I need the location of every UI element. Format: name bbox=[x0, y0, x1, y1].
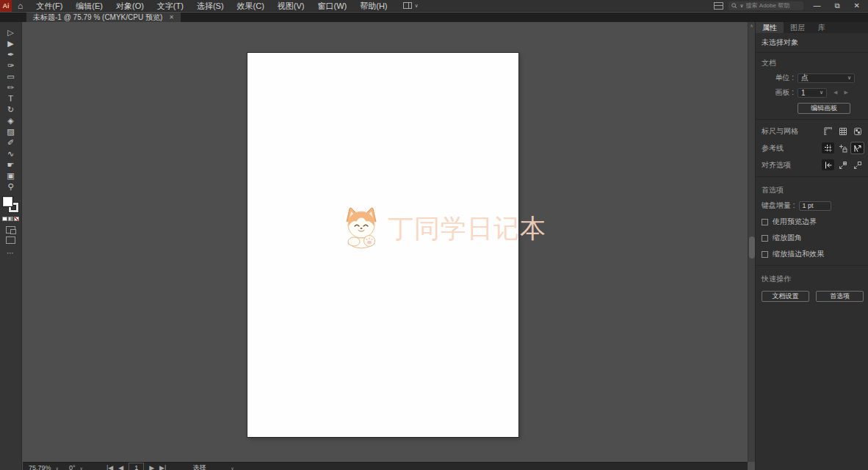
next-artboard-icon[interactable]: ▶ bbox=[844, 90, 847, 95]
preference-checkbox-row[interactable]: 缩放描边和效果 bbox=[756, 246, 868, 262]
pen-tool[interactable]: ✒ bbox=[3, 49, 19, 60]
color-swatch-icon[interactable] bbox=[2, 217, 7, 221]
gradient-tool[interactable]: ▨ bbox=[3, 126, 19, 137]
chevron-down-icon[interactable]: ∨ bbox=[80, 463, 83, 470]
snap-options-label: 对齐选项 bbox=[762, 160, 820, 170]
paintbrush-tool[interactable]: ✏ bbox=[3, 82, 19, 93]
checkbox-icon[interactable] bbox=[762, 235, 768, 242]
grid-icon[interactable] bbox=[836, 126, 849, 137]
menu-select[interactable]: 选择(S) bbox=[190, 0, 231, 12]
snap-to-glyph-icon[interactable] bbox=[851, 142, 864, 153]
rotate-tool[interactable]: ↻ bbox=[3, 104, 19, 115]
chevron-down-icon[interactable]: ∨ bbox=[231, 463, 234, 470]
curvature-tool[interactable]: ✑ bbox=[3, 60, 19, 71]
chevron-down-icon: ∨ bbox=[415, 3, 419, 9]
transparency-grid-icon[interactable] bbox=[851, 126, 864, 137]
divider bbox=[756, 119, 868, 120]
draw-mode-icon[interactable] bbox=[6, 226, 15, 234]
gradient-swatch-icon[interactable] bbox=[8, 217, 13, 221]
checkbox-icon[interactable] bbox=[762, 219, 768, 225]
close-button[interactable]: ✕ bbox=[850, 1, 864, 11]
close-tab-icon[interactable]: ✕ bbox=[169, 14, 174, 21]
watermark: 丁同学日记本 bbox=[339, 206, 546, 251]
tab-properties[interactable]: 属性 bbox=[756, 22, 784, 33]
snap-to-grid-icon[interactable] bbox=[836, 159, 849, 170]
none-swatch-icon[interactable] bbox=[14, 217, 19, 221]
arrange-documents-icon[interactable] bbox=[714, 2, 723, 10]
edit-toolbar-ellipsis[interactable]: ⋯ bbox=[7, 249, 15, 257]
first-artboard-button[interactable]: |◀ bbox=[106, 463, 113, 470]
illustrator-logo: Ai bbox=[0, 0, 12, 12]
next-artboard-button[interactable]: ▶ bbox=[149, 463, 154, 470]
width-tool[interactable]: ∿ bbox=[3, 148, 19, 159]
menu-file[interactable]: 文件(F) bbox=[29, 0, 69, 12]
canvas-area[interactable]: 丁同学日记本 ∧ 75.79% ∨ 0° ∨ |◀ ◀ 1 ▶ ▶| 选择 ∨ bbox=[23, 22, 755, 470]
document-tab[interactable]: 未标题-1 @ 75.79 % (CMYK/CPU 预览) ✕ bbox=[26, 12, 181, 22]
menu-type[interactable]: 文字(T) bbox=[151, 0, 190, 12]
fill-stroke-control[interactable] bbox=[3, 197, 18, 212]
keyboard-increment-input[interactable] bbox=[799, 201, 831, 211]
selection-tool[interactable]: ▷ bbox=[3, 27, 19, 38]
edit-artboards-button[interactable]: 编辑画板 bbox=[798, 103, 850, 114]
preference-checkbox-row[interactable]: 缩放圆角 bbox=[756, 230, 868, 246]
preference-checkbox-row[interactable]: 使用预览边界 bbox=[756, 214, 868, 230]
tab-layers[interactable]: 图层 bbox=[784, 22, 811, 33]
menu-help[interactable]: 帮助(H) bbox=[353, 0, 394, 12]
zoom-tool[interactable]: ⚲ bbox=[3, 181, 19, 192]
chevron-down-icon[interactable]: ∨ bbox=[56, 463, 59, 470]
tab-libraries[interactable]: 库 bbox=[811, 22, 832, 33]
snap-to-pixel-icon[interactable] bbox=[851, 159, 864, 170]
rulers-icon[interactable] bbox=[822, 126, 834, 137]
rotation-value[interactable]: 0° bbox=[69, 463, 76, 470]
home-icon[interactable]: ⌂ bbox=[18, 1, 23, 11]
eyedropper-tool[interactable]: ✐ bbox=[3, 137, 19, 148]
screen-mode-icon[interactable] bbox=[6, 236, 15, 244]
panel-tabs: 属性图层库 bbox=[756, 22, 868, 33]
artboard-row: 画板 : 1 ∨ ◀ ▶ bbox=[756, 85, 868, 100]
artboard-select[interactable]: 1 ∨ bbox=[798, 88, 827, 98]
artboard-label: 画板 : bbox=[762, 87, 794, 98]
type-tool[interactable]: T bbox=[3, 93, 19, 104]
checkbox-icon[interactable] bbox=[762, 251, 768, 258]
preferences-button[interactable]: 首选项 bbox=[816, 291, 864, 302]
last-artboard-button[interactable]: ▶| bbox=[159, 463, 166, 470]
previous-artboard-button[interactable]: ◀ bbox=[118, 463, 123, 470]
menu-window[interactable]: 窗口(W) bbox=[311, 0, 354, 12]
scroll-up-icon[interactable]: ∧ bbox=[748, 23, 755, 29]
document-tab-title: 未标题-1 @ 75.79 % (CMYK/CPU 预览) bbox=[33, 12, 162, 23]
menu-object[interactable]: 对象(O) bbox=[109, 0, 151, 12]
previous-artboard-icon[interactable]: ◀ bbox=[833, 90, 837, 95]
rulers-grids-row: 标尺与网格 bbox=[756, 123, 868, 140]
menubar-right: ∨ — ⧉ ✕ bbox=[714, 1, 868, 11]
artboard-number-field[interactable]: 1 bbox=[129, 463, 144, 470]
artboard-tool[interactable]: ▣ bbox=[3, 170, 19, 181]
eraser-tool[interactable]: ◈ bbox=[3, 115, 19, 126]
snap-to-point-icon[interactable] bbox=[822, 159, 834, 170]
minimize-button[interactable]: — bbox=[809, 1, 825, 11]
show-guides-icon[interactable] bbox=[822, 142, 834, 153]
artboard-value: 1 bbox=[801, 89, 806, 97]
properties-panel: 属性图层库 未选择对象 文档 单位 : 点 ∨ 画板 : 1 ∨ ◀ ▶ 编辑画… bbox=[755, 22, 868, 470]
zoom-level[interactable]: 75.79% bbox=[29, 463, 51, 470]
search-input[interactable] bbox=[746, 2, 798, 9]
hand-tool[interactable]: ☛ bbox=[3, 159, 19, 170]
vertical-scrollbar[interactable]: ∧ bbox=[748, 22, 755, 462]
vertical-scrollbar-thumb[interactable] bbox=[749, 236, 755, 258]
help-search[interactable]: ∨ bbox=[728, 1, 803, 10]
menu-view[interactable]: 视图(V) bbox=[271, 0, 311, 12]
direct-selection-tool[interactable]: ▶ bbox=[3, 38, 19, 49]
unit-select[interactable]: 点 ∨ bbox=[798, 73, 855, 83]
restore-button[interactable]: ⧉ bbox=[830, 1, 844, 11]
color-mode-strip bbox=[2, 217, 19, 221]
menu-edit[interactable]: 编辑(E) bbox=[69, 0, 109, 12]
lock-guides-icon[interactable] bbox=[836, 142, 849, 153]
unit-label: 单位 : bbox=[762, 73, 794, 83]
snap-options-row: 对齐选项 bbox=[756, 156, 868, 173]
rectangle-tool[interactable]: ▭ bbox=[3, 71, 19, 82]
chevron-down-icon: ∨ bbox=[847, 75, 851, 81]
workspace-switcher[interactable]: ∨ bbox=[403, 2, 419, 9]
menu-effect[interactable]: 效果(C) bbox=[231, 0, 271, 12]
fill-swatch[interactable] bbox=[3, 197, 12, 206]
document-setup-button[interactable]: 文档设置 bbox=[762, 291, 809, 302]
unit-row: 单位 : 点 ∨ bbox=[756, 70, 868, 85]
